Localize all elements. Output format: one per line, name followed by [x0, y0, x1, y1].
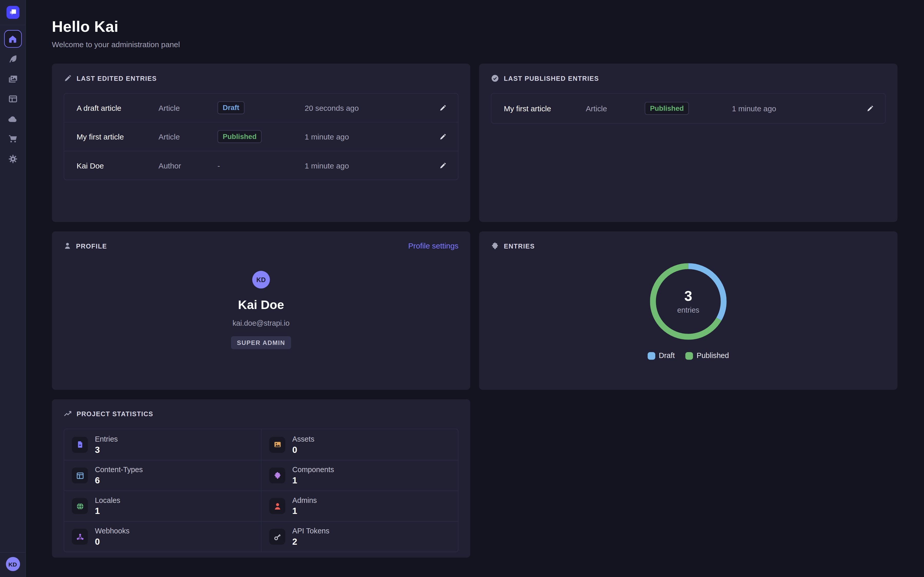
card-header: LAST PUBLISHED ENTRIES: [491, 74, 885, 82]
status-badge: Draft: [217, 101, 245, 114]
pencil-icon: [866, 105, 874, 112]
entry-type: Article: [158, 103, 218, 112]
app-root: KD Hello Kai Welcome to your administrat…: [0, 0, 924, 577]
entry-name: My first article: [504, 104, 586, 113]
person-icon: [269, 498, 285, 514]
sidebar-item-settings[interactable]: [4, 150, 21, 168]
profile-body: KD Kai Doe kai.doe@strapi.io SUPER ADMIN: [64, 271, 459, 349]
entries-donut-chart: 3 entries: [650, 263, 726, 340]
edit-entry-button[interactable]: [436, 161, 450, 169]
media-pictures-icon: [8, 74, 18, 84]
card-header: PROFILE: [64, 242, 459, 250]
card-title: ENTRIES: [504, 243, 535, 250]
project-statistics-card: PROJECT STATISTICS Entries3 Assets0: [52, 399, 470, 558]
stat-value: 1: [292, 475, 334, 485]
user-avatar[interactable]: KD: [6, 557, 20, 571]
stat-webhooks: Webhooks0: [64, 521, 261, 551]
profile-avatar: KD: [252, 271, 270, 288]
last-edited-table: A draft article Article Draft 20 seconds…: [64, 93, 459, 180]
image-icon: [269, 437, 285, 452]
main-content: Hello Kai Welcome to your administration…: [26, 0, 924, 558]
published-swatch-icon: [685, 352, 693, 359]
home-icon: [8, 34, 17, 43]
strapi-logo-icon[interactable]: [6, 6, 19, 19]
sidebar: KD: [0, 0, 26, 577]
card-title: PROFILE: [76, 242, 107, 250]
stat-content-types: Content-Types6: [64, 460, 261, 490]
status-empty: -: [217, 161, 305, 170]
entries-total: 3: [684, 289, 692, 303]
stat-label: Webhooks: [95, 527, 129, 535]
sidebar-item-marketplace[interactable]: [4, 130, 21, 148]
stat-label: Entries: [95, 435, 118, 443]
entry-time: 1 minute ago: [305, 132, 436, 141]
gear-icon: [8, 155, 18, 164]
last-published-table: My first article Article Published 1 min…: [491, 93, 885, 124]
sidebar-item-content-type-builder[interactable]: [4, 90, 21, 108]
entry-type: Author: [158, 161, 218, 170]
stat-label: Content-Types: [95, 466, 143, 474]
puzzle-icon: [491, 242, 499, 250]
layout-builder-icon: [8, 94, 18, 103]
strapi-mark-icon: [6, 6, 19, 19]
webhook-icon: [72, 529, 88, 545]
stat-value: 6: [95, 475, 143, 485]
sidebar-item-cloud[interactable]: [4, 110, 21, 128]
entries-unit: entries: [677, 306, 699, 314]
check-circle-icon: [491, 74, 499, 82]
entries-chart-card: ENTRIES 3 entries: [479, 231, 898, 390]
card-title: LAST PUBLISHED ENTRIES: [504, 75, 599, 82]
card-header: LAST EDITED ENTRIES: [64, 74, 459, 82]
stat-admins: Admins1: [261, 490, 458, 521]
pencil-icon: [64, 74, 72, 82]
feather-pen-icon: [8, 54, 18, 64]
table-row: A draft article Article Draft 20 seconds…: [64, 93, 458, 122]
card-header: PROJECT STATISTICS: [64, 410, 459, 418]
table-row: My first article Article Published 1 min…: [64, 122, 458, 150]
stat-label: Locales: [95, 496, 120, 504]
edit-entry-button[interactable]: [436, 104, 450, 111]
sidebar-footer: KD: [0, 552, 26, 577]
puzzle-icon: [269, 467, 285, 484]
stat-label: API Tokens: [292, 527, 330, 535]
legend-item-draft: Draft: [648, 351, 675, 360]
key-icon: [269, 529, 285, 545]
status-badge: Published: [217, 130, 262, 143]
pencil-icon: [439, 104, 446, 111]
profile-settings-link[interactable]: Profile settings: [408, 241, 459, 250]
donut-center-label: 3 entries: [650, 263, 726, 340]
entry-time: 1 minute ago: [305, 161, 436, 170]
sidebar-item-content-manager[interactable]: [4, 50, 21, 68]
stats-grid: Entries3 Assets0 Content-Types6: [64, 429, 459, 552]
entry-type: Article: [586, 104, 645, 113]
stat-label: Admins: [292, 496, 317, 504]
table-row: My first article Article Published 1 min…: [491, 93, 885, 123]
profile-email: kai.doe@strapi.io: [233, 319, 289, 327]
edit-entry-button[interactable]: [436, 133, 450, 140]
stat-value: 0: [95, 537, 129, 546]
status-badge: Published: [645, 102, 689, 115]
table-row: Kai Doe Author - 1 minute ago: [64, 151, 458, 180]
sidebar-item-home[interactable]: [4, 30, 21, 48]
sidebar-item-media-library[interactable]: [4, 70, 21, 88]
legend-item-published: Published: [685, 351, 729, 360]
role-badge: SUPER ADMIN: [231, 336, 291, 349]
stat-api-tokens: API Tokens2: [261, 521, 458, 551]
globe-icon: [72, 498, 88, 514]
cart-icon: [8, 134, 18, 143]
logo-container: [0, 0, 26, 26]
card-title: PROJECT STATISTICS: [76, 410, 153, 417]
entry-time: 20 seconds ago: [305, 103, 436, 112]
stat-value: 2: [292, 537, 330, 546]
pencil-icon: [439, 161, 446, 169]
entry-name: My first article: [76, 132, 158, 141]
edit-entry-button[interactable]: [863, 105, 877, 112]
draft-swatch-icon: [648, 352, 655, 359]
chart-legend: Draft Published: [648, 351, 729, 360]
page-title: Hello Kai: [52, 18, 898, 36]
cloud-icon: [8, 114, 18, 124]
stat-components: Components1: [261, 460, 458, 490]
pencil-icon: [439, 133, 446, 140]
trending-up-icon: [64, 410, 72, 418]
entry-time: 1 minute ago: [732, 104, 863, 113]
